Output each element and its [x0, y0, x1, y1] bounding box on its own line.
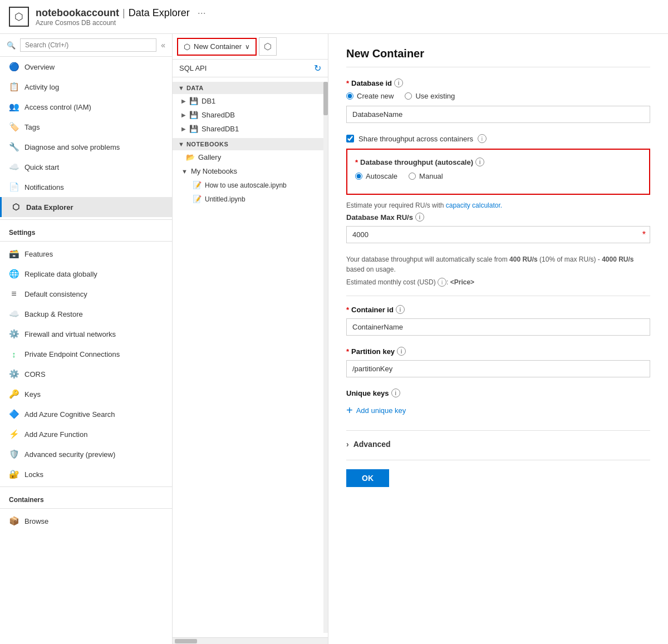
- nav-label-firewall: Firewall and virtual networks: [24, 330, 116, 338]
- create-new-radio-input[interactable]: [346, 92, 353, 100]
- ok-button[interactable]: OK: [346, 469, 389, 487]
- nav-item-tags[interactable]: 🏷️ Tags: [0, 117, 172, 137]
- tree-gallery[interactable]: 📂 Gallery: [173, 150, 323, 164]
- consistency-icon: ≡: [9, 289, 19, 299]
- toolbar-extra-button[interactable]: ⬡: [259, 37, 277, 56]
- throughput-info-icon[interactable]: i: [475, 158, 484, 166]
- nav-item-overview[interactable]: 🔵 Overview: [0, 57, 172, 77]
- max-rus-input[interactable]: [346, 226, 650, 243]
- settings-section-title: Settings: [0, 222, 172, 239]
- new-container-button[interactable]: ⬡ New Container ∨: [177, 38, 257, 56]
- tree-untitled-notebook[interactable]: 📝 Untitled.ipynb: [173, 192, 323, 206]
- nav-item-private-endpoint[interactable]: ↕️ Private Endpoint Connections: [0, 344, 172, 364]
- ok-button-row: OK: [346, 460, 650, 491]
- nav-item-advanced-security[interactable]: 🛡️ Advanced security (preview): [0, 444, 172, 464]
- nav-item-browse[interactable]: 📦 Browse: [0, 511, 172, 531]
- nav-item-data-explorer[interactable]: ⬡ Data Explorer: [0, 197, 172, 217]
- access-control-icon: 👥: [9, 102, 19, 112]
- database-id-info-icon[interactable]: i: [394, 78, 403, 87]
- my-notebooks-label: My Notebooks: [191, 167, 237, 175]
- nav-item-replicate[interactable]: 🌐 Replicate data globally: [0, 264, 172, 284]
- shareddb1-chevron: ▶: [181, 126, 186, 132]
- manual-radio[interactable]: Manual: [409, 172, 443, 180]
- tree-autoscale-notebook[interactable]: 📝 How to use autoscale.ipynb: [173, 178, 323, 192]
- shareddb-label: SharedDB: [202, 111, 235, 119]
- activity-log-icon: 📋: [9, 82, 19, 92]
- data-section-chevron[interactable]: ▼: [178, 85, 184, 91]
- horizontal-scrollbar[interactable]: [173, 637, 328, 644]
- nav-item-diagnose[interactable]: 🔧 Diagnose and solve problems: [0, 137, 172, 157]
- autoscale-note-bold2: 4000 RU/s: [602, 255, 633, 263]
- refresh-icon[interactable]: ↻: [314, 63, 321, 73]
- tree-data-section: ▼ DATA ▶ 💾 DB1 ▶ 💾 SharedDB: [173, 82, 323, 136]
- nav-label-quick-start: Quick start: [24, 163, 59, 171]
- container-name-input[interactable]: [346, 318, 650, 336]
- database-id-section: * Database id i Create new Use existing: [346, 78, 650, 123]
- autoscale-notebook-label: How to use autoscale.ipynb: [205, 181, 287, 189]
- unique-keys-info-icon[interactable]: i: [391, 389, 400, 397]
- nav-item-quick-start[interactable]: ☁️ Quick start: [0, 157, 172, 177]
- share-throughput-info-icon[interactable]: i: [478, 134, 487, 143]
- required-indicator: *: [642, 230, 646, 240]
- azure-function-icon: ⚡: [9, 429, 19, 439]
- estimate-hint: Estimate your required RU/s with capacit…: [346, 201, 650, 209]
- tree-shareddb1[interactable]: ▶ 💾 SharedDB1: [173, 122, 323, 136]
- notebooks-section-chevron[interactable]: ▼: [178, 141, 184, 148]
- tree-scrollbar[interactable]: [323, 82, 328, 633]
- tree-my-notebooks[interactable]: ▼ My Notebooks: [173, 164, 323, 178]
- collapse-icon[interactable]: «: [161, 41, 165, 50]
- gallery-icon: 📂: [186, 153, 195, 161]
- add-unique-key-button[interactable]: + Add unique key: [346, 402, 650, 419]
- max-rus-section: Database Max RU/s i *: [346, 213, 650, 243]
- tree-db1[interactable]: ▶ 💾 DB1: [173, 94, 323, 108]
- cognitive-search-icon: 🔷: [9, 409, 19, 419]
- nav-label-backup: Backup & Restore: [24, 310, 83, 318]
- nav-item-locks[interactable]: 🔐 Locks: [0, 464, 172, 484]
- api-label: SQL API: [179, 64, 207, 72]
- add-unique-key-label: Add unique key: [356, 406, 406, 415]
- nav-item-notifications[interactable]: 📄 Notifications: [0, 177, 172, 197]
- diagnose-icon: 🔧: [9, 142, 19, 152]
- replicate-icon: 🌐: [9, 269, 19, 279]
- nav-item-cors[interactable]: ⚙️ CORS: [0, 364, 172, 384]
- share-throughput-checkbox[interactable]: [346, 135, 354, 142]
- partition-key-info-icon[interactable]: i: [397, 347, 406, 356]
- partition-key-input[interactable]: [346, 360, 650, 377]
- nav-label-locks: Locks: [24, 470, 43, 479]
- manual-radio-input[interactable]: [409, 173, 416, 180]
- nav-item-default-consistency[interactable]: ≡ Default consistency: [0, 284, 172, 304]
- advanced-section[interactable]: › Advanced: [346, 440, 650, 449]
- nav-item-azure-function[interactable]: ⚡ Add Azure Function: [0, 424, 172, 444]
- use-existing-radio[interactable]: Use existing: [405, 92, 455, 100]
- nav-label-consistency: Default consistency: [24, 290, 87, 298]
- nav-item-features[interactable]: 🗃️ Features: [0, 244, 172, 264]
- nav-item-access-control[interactable]: 👥 Access control (IAM): [0, 97, 172, 117]
- nav-item-activity-log[interactable]: 📋 Activity log: [0, 77, 172, 97]
- unique-keys-label: Unique keys i: [346, 389, 650, 397]
- autoscale-radio-input[interactable]: [355, 173, 362, 180]
- autoscale-label: Autoscale: [366, 172, 397, 180]
- nav-item-firewall[interactable]: ⚙️ Firewall and virtual networks: [0, 324, 172, 344]
- nav-label-tags: Tags: [24, 123, 40, 131]
- use-existing-radio-input[interactable]: [405, 92, 412, 100]
- search-input[interactable]: [20, 38, 156, 52]
- create-new-radio[interactable]: Create new: [346, 92, 394, 100]
- database-name-input[interactable]: [346, 106, 650, 123]
- share-throughput-row: Share throughput across containers i: [346, 134, 650, 143]
- nav-item-keys[interactable]: 🔑 Keys: [0, 384, 172, 404]
- cost-info-icon[interactable]: i: [438, 278, 446, 287]
- nav-label-replicate: Replicate data globally: [24, 270, 97, 278]
- capacity-calculator-link[interactable]: capacity calculator.: [446, 201, 502, 209]
- db-max-info-icon[interactable]: i: [415, 213, 424, 222]
- header-info: notebookaccount | Data Explorer ··· Azur…: [36, 7, 206, 27]
- tree-shareddb[interactable]: ▶ 💾 SharedDB: [173, 108, 323, 122]
- nav-item-cognitive-search[interactable]: 🔷 Add Azure Cognitive Search: [0, 404, 172, 424]
- container-id-info-icon[interactable]: i: [396, 305, 405, 314]
- db-max-label: Database Max RU/s i: [346, 213, 650, 222]
- more-icon[interactable]: ···: [198, 7, 206, 19]
- nav-item-backup[interactable]: ☁️ Backup & Restore: [0, 304, 172, 324]
- autoscale-radio[interactable]: Autoscale: [355, 172, 397, 180]
- container-id-section: * Container id i: [346, 305, 650, 336]
- db1-label: DB1: [202, 97, 215, 105]
- backup-icon: ☁️: [9, 309, 19, 319]
